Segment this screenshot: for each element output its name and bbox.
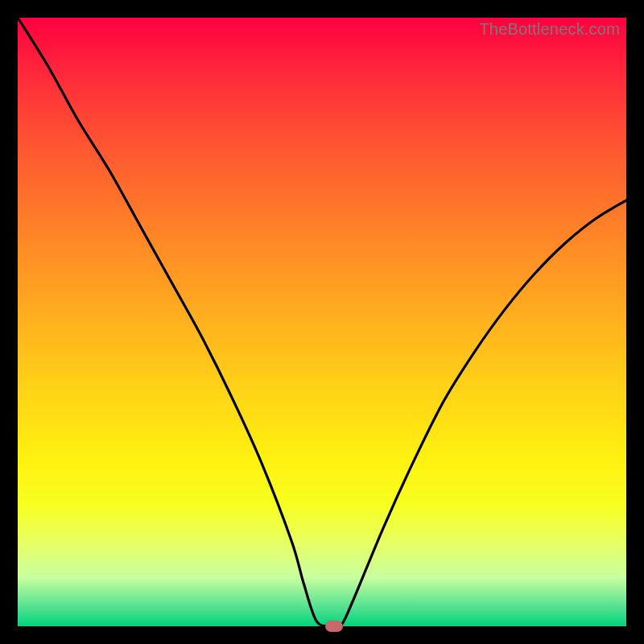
chart-frame: TheBottleneck.com — [0, 0, 644, 644]
bottleneck-curve — [18, 18, 626, 626]
plot-area: TheBottleneck.com — [18, 18, 626, 626]
optimal-marker — [325, 621, 343, 632]
